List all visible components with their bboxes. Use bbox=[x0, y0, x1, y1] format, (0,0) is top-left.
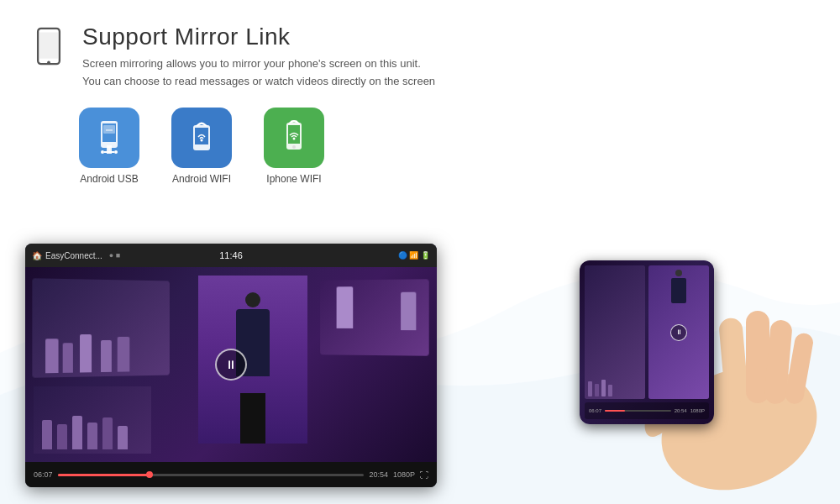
quality-badge: 1080P bbox=[393, 470, 415, 479]
android-wifi-item: Android WIFI bbox=[160, 108, 244, 185]
progress-fill bbox=[58, 474, 150, 476]
video-thumb-left bbox=[32, 278, 170, 377]
android-usb-item: Android USB bbox=[67, 108, 151, 185]
phone-controls: 06:07 20:54 1080P bbox=[585, 402, 709, 419]
svg-point-17 bbox=[292, 145, 296, 149]
svg-rect-10 bbox=[103, 125, 115, 134]
phone-time-start: 06:07 bbox=[589, 408, 601, 413]
page-title: Support Mirror Link bbox=[82, 24, 806, 50]
phone-icon-container bbox=[34, 27, 67, 69]
phone-main-video: ⏸ bbox=[648, 265, 709, 399]
svg-point-2 bbox=[47, 60, 50, 64]
iphone-wifi-label: Iphone WIFI bbox=[266, 173, 321, 185]
video-thumb-right bbox=[320, 279, 429, 355]
iphone-wifi-item: Iphone WIFI bbox=[252, 108, 336, 185]
icon-row: Android USB Android WIFI bbox=[0, 99, 840, 193]
subtitle1: Screen mirroring allows you to mirror yo… bbox=[82, 55, 806, 73]
iphone-wifi-icon-box bbox=[264, 108, 324, 168]
play-pause-button[interactable]: ⏸ bbox=[215, 349, 247, 381]
statusbar-app-name: EasyConnect... bbox=[45, 251, 102, 260]
time-end: 20:54 bbox=[369, 470, 388, 479]
progress-bar[interactable] bbox=[58, 474, 365, 476]
android-usb-label: Android USB bbox=[80, 173, 138, 185]
phone-thumb-left bbox=[585, 265, 645, 399]
statusbar-right: 🔵 📶 🔋 bbox=[398, 251, 430, 260]
phone-icon bbox=[34, 27, 64, 66]
android-wifi-icon-box bbox=[171, 108, 232, 168]
fullscreen-icon: ⛶ bbox=[420, 470, 428, 480]
car-screen-controls: 06:07 20:54 1080P ⛶ bbox=[25, 462, 437, 487]
pause-icon: ⏸ bbox=[225, 358, 237, 371]
progress-dot bbox=[146, 471, 153, 478]
android-usb-icon-box bbox=[79, 108, 139, 168]
phone-pause-button: ⏸ bbox=[670, 324, 687, 341]
phone-video-area: ⏸ bbox=[585, 265, 709, 399]
car-statusbar: 🏠 EasyConnect... ● ■ 11:46 🔵 📶 🔋 bbox=[25, 244, 437, 267]
time-start: 06:07 bbox=[34, 470, 53, 479]
car-screen: 🏠 EasyConnect... ● ■ 11:46 🔵 📶 🔋 bbox=[25, 244, 437, 487]
android-wifi-label: Android WIFI bbox=[172, 173, 231, 185]
phone-screen-inner: ⏸ 06:07 20:54 1080P bbox=[580, 260, 714, 424]
phone-screen: ⏸ 06:07 20:54 1080P bbox=[580, 260, 714, 424]
subtitle2: You can choose to read messages or watch… bbox=[82, 73, 806, 91]
video-center-main bbox=[198, 276, 307, 444]
header-text: Support Mirror Link Screen mirroring all… bbox=[82, 24, 806, 91]
header-section: Support Mirror Link Screen mirroring all… bbox=[0, 0, 840, 99]
svg-point-18 bbox=[293, 137, 296, 139]
svg-rect-1 bbox=[39, 32, 58, 58]
hand-container: ⏸ 06:07 20:54 1080P bbox=[487, 235, 840, 504]
phone-progress-bar bbox=[605, 410, 671, 412]
car-screen-content: ⏸ bbox=[25, 267, 437, 462]
phone-progress-fill bbox=[605, 410, 625, 412]
android-usb-icon bbox=[92, 118, 126, 157]
phone-time-end: 20:54 bbox=[675, 408, 687, 413]
svg-point-14 bbox=[201, 139, 203, 141]
phone-quality: 1080P bbox=[690, 408, 705, 413]
band-thumb-bottom bbox=[34, 386, 151, 454]
svg-point-8 bbox=[114, 150, 118, 154]
svg-rect-13 bbox=[195, 128, 208, 144]
android-wifi-icon bbox=[185, 118, 218, 157]
statusbar-time: 11:46 bbox=[219, 250, 243, 260]
page-container: Support Mirror Link Screen mirroring all… bbox=[0, 0, 840, 504]
iphone-wifi-icon bbox=[277, 118, 311, 157]
svg-point-7 bbox=[101, 150, 104, 154]
